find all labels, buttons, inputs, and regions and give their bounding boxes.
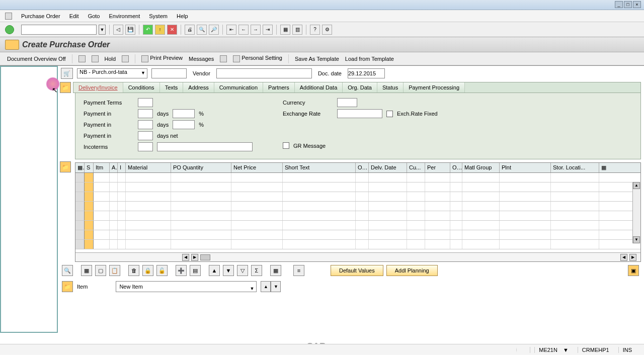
item-down-icon[interactable]: ▼: [271, 281, 281, 292]
minimize-icon[interactable]: _: [615, 1, 623, 8]
col-itm[interactable]: Itm: [94, 163, 110, 172]
copy-row-icon[interactable]: 📋: [109, 265, 120, 276]
item-collapse-icon[interactable]: 📁: [60, 161, 71, 172]
find-icon[interactable]: 🔍: [197, 25, 207, 35]
payment-in-2-pct-input[interactable]: [173, 120, 195, 129]
menu-icon[interactable]: [5, 13, 12, 20]
col-o2[interactable]: O...: [450, 163, 462, 172]
grid-select-all-icon[interactable]: ▦: [75, 163, 85, 172]
menu-environment[interactable]: Environment: [109, 13, 140, 19]
load-template-button[interactable]: Load from Template: [345, 56, 394, 62]
col-s[interactable]: S: [85, 163, 94, 172]
hold-button[interactable]: Hold: [105, 56, 116, 62]
payment-in-2-days-input[interactable]: [138, 120, 153, 129]
table-icon[interactable]: ▤: [190, 265, 201, 276]
last-page-icon[interactable]: ⇥: [263, 25, 273, 35]
restore-icon[interactable]: □: [624, 1, 632, 8]
hscroll-right2-icon[interactable]: ▶: [629, 254, 636, 261]
col-delv-date[interactable]: Delv. Date: [369, 163, 407, 172]
col-currency[interactable]: Cu...: [407, 163, 425, 172]
tab-conditions[interactable]: Conditions: [123, 82, 160, 93]
exchange-rate-input[interactable]: [337, 109, 382, 118]
scroll-down-icon[interactable]: ▼: [633, 236, 640, 243]
grid-body[interactable]: ▲ ▼: [75, 173, 640, 252]
find-next-icon[interactable]: 🔎: [209, 25, 219, 35]
scroll-up-icon[interactable]: ▲: [633, 182, 640, 189]
layout-icon2[interactable]: ▦: [270, 265, 281, 276]
addl-planning-button[interactable]: Addl Planning: [386, 265, 438, 276]
incoterms-code-input[interactable]: [138, 142, 153, 151]
menu-edit[interactable]: Edit: [69, 13, 79, 19]
tab-address[interactable]: Address: [183, 82, 214, 93]
sort-asc-icon[interactable]: ▲: [209, 265, 220, 276]
save-icon[interactable]: 💾: [125, 25, 135, 35]
transaction-dropdown-icon[interactable]: ▼: [99, 25, 106, 35]
delete-icon[interactable]: 🗑: [128, 265, 139, 276]
col-matl-group[interactable]: Matl Group: [462, 163, 500, 172]
select-all-icon[interactable]: ▦: [81, 265, 92, 276]
close-icon[interactable]: ×: [633, 1, 641, 8]
col-net-price[interactable]: Net Price: [231, 163, 283, 172]
insert-icon[interactable]: ➕: [176, 265, 187, 276]
item-detail-collapse-icon[interactable]: 📁: [62, 281, 73, 292]
copy-icon[interactable]: [92, 55, 99, 62]
item-up-icon[interactable]: ▲: [261, 281, 271, 292]
transaction-input[interactable]: [21, 25, 97, 35]
table-row[interactable]: [75, 192, 640, 202]
col-material[interactable]: Material: [126, 163, 171, 172]
exch-rate-fixed-checkbox[interactable]: [386, 111, 393, 117]
col-plnt[interactable]: Plnt: [500, 163, 551, 172]
hscroll-right-icon[interactable]: ▶: [191, 254, 198, 261]
cancel-icon[interactable]: ✕: [167, 25, 177, 35]
table-row[interactable]: [75, 202, 640, 211]
tab-additional-data[interactable]: Additional Data: [295, 82, 343, 93]
back-icon[interactable]: ◁: [113, 25, 123, 35]
tab-delivery-invoice[interactable]: Delivery/Invoice: [73, 82, 123, 93]
back-green-icon[interactable]: ↶: [143, 25, 153, 35]
tab-status[interactable]: Status: [377, 82, 404, 93]
detail-icon[interactable]: 🔍: [62, 265, 73, 276]
check-icon[interactable]: [122, 55, 129, 62]
menu-purchase-order[interactable]: Purchase Order: [21, 13, 60, 19]
personal-setting-button[interactable]: Personal Setting: [242, 55, 282, 61]
payment-in-1-pct-input[interactable]: [173, 109, 195, 118]
next-page-icon[interactable]: →: [251, 25, 261, 35]
table-row[interactable]: [75, 183, 640, 192]
print-preview-button[interactable]: Print Preview: [150, 55, 183, 61]
deselect-icon[interactable]: ▢: [95, 265, 106, 276]
expand-icon[interactable]: ▣: [628, 265, 639, 276]
unlock-icon[interactable]: 🔓: [156, 265, 168, 276]
default-values-button[interactable]: Default Values: [331, 265, 383, 276]
docdate-input[interactable]: [348, 68, 385, 78]
list-icon[interactable]: ≡: [293, 265, 304, 276]
col-o1[interactable]: O...: [356, 163, 369, 172]
messages-button[interactable]: Messages: [189, 56, 214, 62]
prev-page-icon[interactable]: ←: [238, 25, 249, 35]
menu-help[interactable]: Help: [177, 13, 188, 19]
settings-icon[interactable]: ⚙: [322, 25, 332, 35]
col-stor-location[interactable]: Stor. Locati...: [551, 163, 599, 172]
col-config-icon[interactable]: ▦: [599, 163, 640, 172]
incoterms-text-input[interactable]: [157, 142, 253, 151]
hscroll-thumb[interactable]: [200, 254, 210, 260]
menu-goto[interactable]: Goto: [88, 13, 100, 19]
hscroll-left2-icon[interactable]: ◀: [620, 254, 627, 261]
col-a[interactable]: A: [110, 163, 118, 172]
header-collapse-icon[interactable]: 📁: [60, 82, 71, 93]
filter-icon[interactable]: ▽: [237, 265, 248, 276]
col-short-text[interactable]: Short Text: [283, 163, 356, 172]
lock-icon[interactable]: 🔒: [142, 265, 153, 276]
table-row[interactable]: [75, 221, 640, 230]
tab-org-data[interactable]: Org. Data: [343, 82, 377, 93]
info-icon[interactable]: [220, 55, 227, 62]
table-row[interactable]: [75, 230, 640, 240]
ok-icon[interactable]: [5, 25, 14, 34]
first-page-icon[interactable]: ⇤: [226, 25, 236, 35]
item-select[interactable]: New Item: [116, 281, 257, 292]
new-icon[interactable]: [78, 55, 86, 62]
col-i[interactable]: I: [118, 163, 126, 172]
menu-system[interactable]: System: [149, 13, 168, 19]
save-template-button[interactable]: Save As Template: [295, 56, 339, 62]
sort-desc-icon[interactable]: ▼: [223, 265, 234, 276]
status-expand-icon[interactable]: [516, 347, 525, 352]
